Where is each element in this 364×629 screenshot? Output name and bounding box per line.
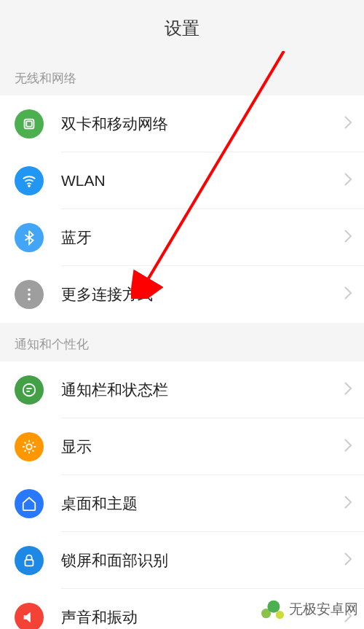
item-sim-mobile-network[interactable]: 双卡和移动网络 (0, 95, 364, 152)
section-header-notification: 通知和个性化 (0, 323, 364, 362)
notification-icon (15, 375, 44, 405)
wifi-icon (15, 166, 44, 195)
more-icon (15, 280, 44, 309)
item-lockscreen-face[interactable]: 锁屏和面部识别 (0, 532, 364, 589)
chevron-right-icon (344, 495, 352, 512)
chevron-right-icon (344, 381, 352, 399)
display-icon (15, 432, 44, 461)
chevron-right-icon (344, 286, 352, 303)
chevron-right-icon (344, 172, 352, 190)
watermark-logo-icon (260, 597, 285, 622)
lock-icon (15, 546, 44, 575)
svg-point-11 (267, 601, 280, 613)
svg-rect-8 (25, 560, 33, 566)
item-label: 桌面和主题 (61, 493, 344, 514)
chevron-right-icon (344, 552, 352, 569)
item-wlan[interactable]: WLAN (0, 152, 364, 209)
item-display[interactable]: 显示 (0, 418, 364, 475)
item-label: 蓝牙 (61, 227, 344, 248)
item-notification-status-bar[interactable]: 通知栏和状态栏 (0, 362, 364, 418)
item-label: 更多连接方式 (61, 284, 344, 305)
svg-point-4 (28, 293, 31, 296)
sound-icon (15, 603, 44, 629)
item-label: 双卡和移动网络 (61, 114, 344, 134)
bluetooth-icon (15, 223, 44, 252)
list-notification: 通知栏和状态栏 显示 桌面和主题 锁屏和面部识别 (0, 362, 364, 629)
item-label: 锁屏和面部识别 (61, 550, 344, 571)
item-label: 通知栏和状态栏 (61, 380, 344, 400)
item-home-themes[interactable]: 桌面和主题 (0, 475, 364, 532)
svg-point-5 (28, 298, 31, 301)
item-bluetooth[interactable]: 蓝牙 (0, 209, 364, 266)
chevron-right-icon (344, 115, 352, 133)
section-header-wireless: 无线和网络 (0, 57, 364, 95)
page-title: 设置 (165, 17, 199, 40)
chevron-right-icon (344, 438, 352, 456)
item-more-connections[interactable]: 更多连接方式 (0, 266, 364, 323)
svg-point-6 (23, 384, 36, 396)
item-label: WLAN (61, 172, 344, 190)
watermark: 无极安卓网 (260, 597, 358, 622)
svg-point-3 (28, 289, 31, 292)
chevron-right-icon (344, 229, 352, 246)
svg-point-7 (26, 444, 31, 449)
page-header: 设置 (0, 0, 364, 57)
watermark-text: 无极安卓网 (289, 600, 358, 619)
svg-point-12 (276, 611, 284, 619)
item-label: 显示 (61, 437, 344, 457)
home-icon (15, 489, 44, 518)
list-wireless: 双卡和移动网络 WLAN 蓝牙 更多连接方式 (0, 95, 364, 323)
svg-rect-1 (26, 121, 31, 126)
svg-point-2 (28, 185, 30, 187)
sim-icon (15, 109, 44, 138)
